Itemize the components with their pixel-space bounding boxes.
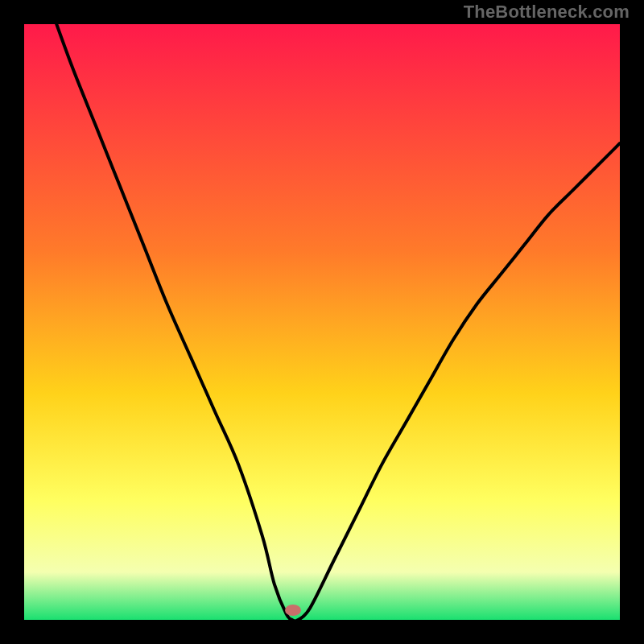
- optimal-point-marker: [285, 605, 301, 616]
- watermark-text: TheBottleneck.com: [464, 2, 630, 23]
- chart-frame: { "watermark": "TheBottleneck.com", "col…: [0, 0, 644, 644]
- chart-svg: [0, 0, 644, 644]
- plot-background: [24, 24, 620, 620]
